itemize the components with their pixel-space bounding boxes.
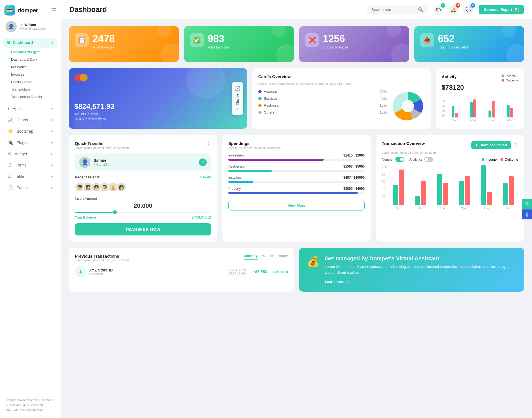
nav-pages[interactable]: 📋 Pages ▶ — [2, 182, 58, 193]
slider-thumb[interactable] — [113, 210, 117, 214]
subnav-invoices[interactable]: Invoices — [8, 71, 61, 78]
samuel-avatar: 👤 — [79, 157, 90, 168]
label-sun: Sun — [446, 119, 463, 122]
table-arrow-icon: ▶ — [51, 175, 53, 178]
number-toggle[interactable] — [395, 157, 404, 162]
bell-badge[interactable]: 🔔 12 — [448, 5, 458, 15]
download-report-button[interactable]: ⬇ Download Report — [471, 141, 511, 149]
change-button[interactable]: 🔄 Change ▼ — [232, 82, 243, 115]
subnav-dashboard-dark[interactable]: Dashboard Dark — [8, 56, 61, 63]
virtual-assistant-card: 💰 Get managed by Dompet's Virtual Assist… — [299, 248, 524, 292]
copyright: © 2021 All Rights Reserved — [6, 403, 55, 408]
to-legend: Income Outcome — [482, 158, 518, 161]
nav-bootstrap[interactable]: ⭐ Bootstrap ▶ — [2, 126, 58, 137]
big-label-fri: Fri — [507, 207, 510, 210]
hamburger-icon[interactable]: ☰ — [51, 7, 56, 14]
see-all-link[interactable]: See All — [200, 175, 211, 179]
wallet-amount: $824,571.93 — [74, 102, 242, 111]
big-y-axis: 100 80 60 40 20 0 — [382, 166, 387, 210]
nav-charts[interactable]: 📈 Charts ▶ — [2, 114, 58, 125]
total-sent-icon: 📤 — [420, 33, 434, 47]
chart-bar-icon: 📊 — [514, 7, 519, 12]
gear-button[interactable]: ⚙ — [522, 199, 532, 209]
subnav-transaction-details[interactable]: Transaction Details — [8, 93, 61, 101]
bag-badge[interactable]: 🛍 2 — [433, 5, 443, 15]
apps-icon: ℹ — [8, 106, 9, 111]
prev-transactions-header: Previous Transactions Lorem ipsum dolor … — [75, 254, 288, 262]
big-bar-mon-income — [415, 196, 420, 205]
group-wed: Wed — [454, 176, 474, 210]
outcome-dot — [502, 79, 504, 82]
spendings-card: Spendings Lorem ipsum dolor sit amet, co… — [222, 135, 371, 242]
analytics-toggle[interactable] — [424, 157, 433, 162]
tx-info-1: XYZ Store ID Cashback — [89, 268, 113, 276]
analytics-toggle-group: Analytics — [409, 157, 433, 162]
activity-bar-chart: 80 60 40 20 0 — [442, 95, 518, 122]
subnav-transaction[interactable]: Transaction — [8, 86, 61, 93]
transaction-overview-card: Transaction Overview ⬇ Download Report ⋮… — [376, 135, 524, 242]
friend-avatars: 👦 👩 👧 👨 👱 👩 — [75, 182, 211, 192]
search-icon: 🔍 — [418, 7, 423, 12]
subnav-cards-center[interactable]: Cards Center — [8, 78, 61, 86]
chat-badge[interactable]: 💬 5 — [463, 5, 473, 15]
view-more-button[interactable]: View More — [228, 200, 365, 211]
nav-forms[interactable]: 🖨 Forms ▶ — [2, 160, 58, 170]
transfer-now-button[interactable]: TRANSFER NOW — [75, 223, 211, 235]
sync-icon: 🔄 — [234, 86, 241, 92]
bootstrap-arrow-icon: ▶ — [51, 129, 53, 133]
person-info: Samuel @sam224 — [94, 158, 109, 166]
big-bar-mon-outcome — [421, 181, 426, 205]
widget-arrow-icon: ▶ — [51, 152, 53, 156]
bar-wed-income — [507, 105, 510, 117]
big-bar-tue-income — [437, 174, 442, 205]
search-input[interactable] — [371, 7, 416, 12]
gear-icon: ⚙ — [525, 201, 529, 206]
pages-icon: 📋 — [8, 185, 13, 190]
bar-sun-income — [452, 106, 454, 117]
cards-overview-title: Card's Overview — [258, 74, 424, 79]
total-invoices-icon: 📋 — [75, 33, 89, 47]
dashboard-nav-item[interactable]: ⊞ Dashboard ▼ — [3, 38, 57, 48]
chevron-down-small-icon: ▼ — [236, 107, 239, 111]
spendings-subtitle: Lorem ipsum dolor sit amet, consectetur — [228, 146, 283, 150]
learn-more-link[interactable]: Learn more >> — [325, 279, 350, 284]
stat-card-total-sent: 📤 652 Total Invoices Sent — [414, 26, 525, 62]
bar-mon — [465, 99, 481, 117]
big-bar-wed-outcome — [465, 176, 470, 205]
big-bars: Sun Mon — [388, 166, 518, 210]
quick-transfer-card: Quick Transfer Lorem ipsum dolor sit ame… — [69, 135, 217, 242]
nav-apps[interactable]: ℹ Apps ▶ — [2, 103, 58, 114]
total-sent-number: 652 — [438, 33, 468, 44]
slider-fill — [75, 212, 116, 213]
subnav-dashboard-light[interactable]: Dashboard Light — [8, 48, 61, 56]
overview-content: Account 20% Services 40% Restaurant 15% — [258, 89, 424, 123]
subnav-my-wallet[interactable]: My Wallet — [8, 63, 61, 71]
bar-wed-outcome — [510, 108, 513, 117]
nav-plugins[interactable]: 🔌 Plugins ▶ — [2, 137, 58, 148]
bar-mon-outcome — [473, 99, 476, 117]
to-menu-icon[interactable]: ⋮ — [513, 142, 518, 148]
paid-invoices-label: Paid Invoices — [208, 45, 229, 49]
bar-sun — [446, 106, 463, 117]
nav-widget[interactable]: ⚙ Widget ▶ — [2, 148, 58, 159]
nav-table[interactable]: ☰ Table ▶ — [2, 171, 58, 182]
spendings-title: Spendings — [228, 141, 283, 146]
total-invoices-number: 2478 — [93, 33, 115, 44]
bar-tue — [483, 101, 500, 117]
transaction-item-1: ⬇ XYZ Store ID Cashback June 4, 2020 05:… — [75, 263, 288, 281]
droplet-button[interactable]: 💧 — [522, 209, 532, 219]
tab-weekly[interactable]: Weekly — [262, 254, 274, 260]
income-legend-to: Income — [482, 158, 497, 161]
sidebar: 💳 dompet ☰ 👤 Hi, William william@gmail.c… — [0, 0, 61, 418]
big-bar-tue-outcome — [443, 183, 448, 205]
unpaid-invoices-icon: ❌ — [305, 33, 319, 47]
spending-property: Property $3890 / $4000 — [228, 187, 365, 194]
generate-report-button[interactable]: Generate Report 📊 — [479, 5, 524, 14]
big-bar-thu-outcome — [487, 192, 492, 205]
tab-monthly[interactable]: Monthly — [244, 254, 258, 260]
quick-transfer-menu-icon[interactable]: ⋮ — [206, 141, 211, 147]
activity-legend: Income Outcome — [502, 74, 518, 82]
tab-today[interactable]: Today — [278, 254, 288, 260]
spendings-menu-icon[interactable]: ⋮ — [360, 141, 365, 147]
mastercard-orange — [80, 74, 88, 81]
